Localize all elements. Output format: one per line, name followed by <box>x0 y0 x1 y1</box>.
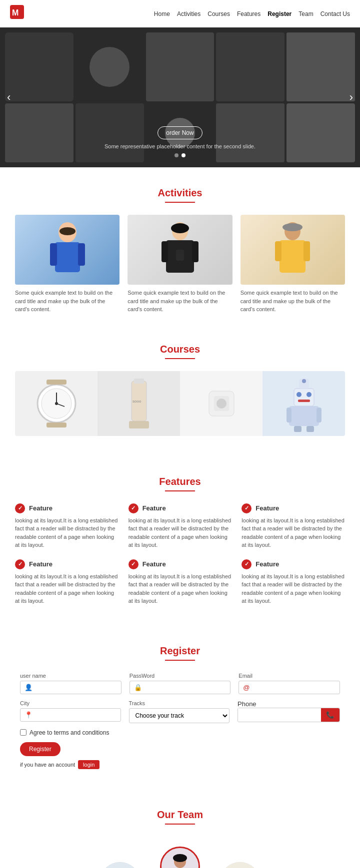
courses-title: Courses <box>15 344 345 355</box>
feature-item-2: ✓ Feature looking at its layout.It is a … <box>128 503 232 549</box>
hero-arrow-left[interactable]: ‹ <box>7 91 10 104</box>
features-title: Features <box>15 476 345 487</box>
nav-features[interactable]: Features <box>237 10 260 17</box>
password-input[interactable] <box>145 684 226 691</box>
feature-label-6: Feature <box>256 560 279 568</box>
activity-image-3 <box>240 215 345 285</box>
activity-text-3: Some quick example text to build on the … <box>240 289 345 314</box>
features-grid: ✓ Feature looking at its layout.It is a … <box>15 503 345 605</box>
team-title: Our Team <box>15 809 345 821</box>
course-item-1 <box>15 371 98 436</box>
course-item-4 <box>262 371 345 436</box>
svg-point-14 <box>282 223 302 231</box>
svg-rect-5 <box>78 243 85 266</box>
feature-item-3: ✓ Feature looking at its layout.It is a … <box>242 503 345 549</box>
nav-contact[interactable]: Contact Us <box>320 10 350 17</box>
feature-label-4: Feature <box>29 560 52 568</box>
svg-point-34 <box>296 392 302 397</box>
navbar: M Home Activities Courses Features Regis… <box>0 0 360 27</box>
username-group: user name 👤 <box>20 673 122 694</box>
svg-rect-17 <box>275 241 282 261</box>
email-input[interactable] <box>253 684 336 691</box>
tracks-select[interactable]: Choose your track <box>130 709 230 723</box>
activity-text-2: Some quick example text to build on the … <box>128 289 232 314</box>
feature-label-5: Feature <box>142 560 166 568</box>
register-button[interactable]: Register <box>20 742 60 756</box>
username-input[interactable] <box>36 684 117 691</box>
nav-home[interactable]: Home <box>154 10 170 17</box>
city-group: City 📍 <box>20 700 121 723</box>
check-icon-6: ✓ <box>242 559 252 569</box>
team-section: Our Team ★★★★☆ <box>0 789 360 868</box>
nav-team[interactable]: Team <box>298 10 313 17</box>
svg-rect-11 <box>192 241 198 262</box>
logo: M <box>10 5 24 22</box>
hero-dot-2[interactable] <box>182 153 186 157</box>
team-member-1 <box>100 862 140 868</box>
svg-rect-39 <box>289 406 319 426</box>
svg-rect-25 <box>46 380 66 385</box>
phone-group: Phone 📞 <box>238 700 340 723</box>
hero-dot-1[interactable] <box>174 153 178 157</box>
activity-image-1 <box>15 215 120 285</box>
svg-text:M: M <box>12 8 18 17</box>
terms-checkbox[interactable] <box>20 729 26 736</box>
phone-icon-btn[interactable]: 📞 <box>321 708 340 722</box>
password-label: PassWord <box>130 673 231 679</box>
feature-text-6: looking at its layout.It is a long estab… <box>242 572 345 605</box>
svg-rect-33 <box>294 389 314 406</box>
avatar-1 <box>100 862 140 868</box>
city-input[interactable] <box>36 711 116 718</box>
courses-section: Courses sooo <box>0 334 360 456</box>
phone-input[interactable] <box>238 708 321 721</box>
email-icon: @ <box>243 684 250 691</box>
activity-text-1: Some quick example text to build on the … <box>15 289 120 314</box>
avatar-2 <box>160 847 200 868</box>
nav-activities[interactable]: Activities <box>177 10 200 17</box>
check-icon-5: ✓ <box>128 559 138 569</box>
tracks-group: Tracks Choose your track <box>129 700 230 723</box>
feature-label-3: Feature <box>256 504 279 512</box>
svg-rect-43 <box>306 426 314 432</box>
activity-card-3: Some quick example text to build on the … <box>240 215 345 314</box>
check-icon-3: ✓ <box>242 503 252 513</box>
svg-point-44 <box>100 862 140 868</box>
phone-label: Phone <box>238 700 340 708</box>
terms-label: Agree to terms and conditions <box>30 729 109 736</box>
course-item-3 <box>180 371 262 436</box>
svg-rect-12 <box>176 250 184 261</box>
svg-rect-36 <box>298 400 310 402</box>
avatar-3 <box>220 862 260 868</box>
svg-point-38 <box>302 379 306 383</box>
check-icon-1: ✓ <box>15 503 25 513</box>
svg-rect-18 <box>304 241 310 261</box>
username-label: user name <box>20 673 122 679</box>
nav-register[interactable]: Register <box>268 10 292 17</box>
register-divider <box>165 660 195 661</box>
feature-item-1: ✓ Feature looking at its layout.It is a … <box>15 503 118 549</box>
check-icon-2: ✓ <box>128 503 138 513</box>
user-icon: 👤 <box>24 684 32 691</box>
feature-text-2: looking at its layout.It is a long estab… <box>128 516 232 549</box>
features-section: Features ✓ Feature looking at its layout… <box>0 456 360 625</box>
svg-rect-41 <box>316 408 322 423</box>
register-title: Register <box>15 645 345 657</box>
order-now-button[interactable]: order Now <box>158 126 202 139</box>
tracks-label: Tracks <box>129 700 230 706</box>
activities-title: Activities <box>15 187 345 199</box>
svg-text:sooo: sooo <box>132 399 142 404</box>
check-icon-4: ✓ <box>15 559 25 569</box>
activities-cards: Some quick example text to build on the … <box>15 215 345 314</box>
svg-rect-27 <box>134 379 144 384</box>
feature-item-4: ✓ Feature looking at its layout.It is a … <box>15 559 118 605</box>
feature-item-6: ✓ Feature looking at its layout.It is a … <box>242 559 345 605</box>
nav-courses[interactable]: Courses <box>208 10 230 17</box>
login-button[interactable]: login <box>78 760 100 769</box>
hero-arrow-right[interactable]: › <box>350 91 353 104</box>
team-members-row: ★★★★☆ Mohamed <box>15 837 345 868</box>
city-label: City <box>20 700 121 706</box>
feature-text-1: looking at its layout.It is a long estab… <box>15 516 118 549</box>
svg-rect-16 <box>280 240 306 273</box>
location-icon: 📍 <box>24 711 32 719</box>
email-label: Email <box>238 673 340 679</box>
